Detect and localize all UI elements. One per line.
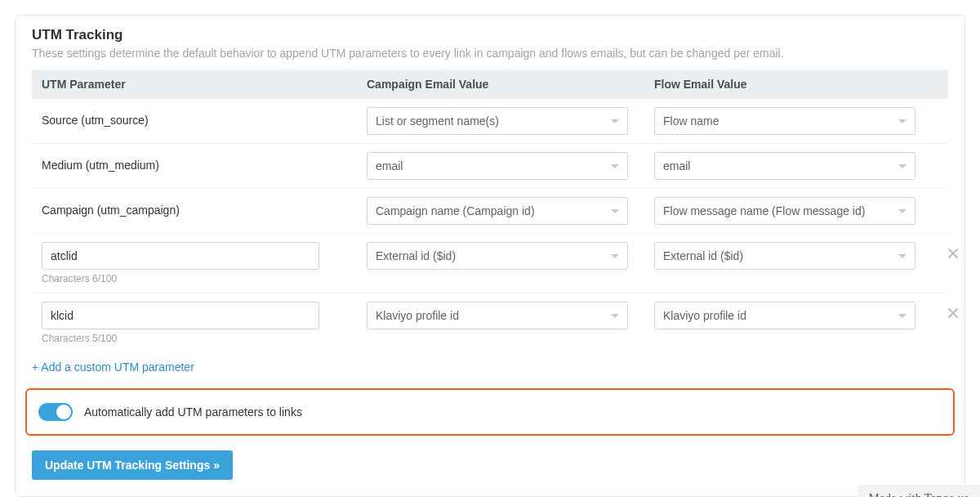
select-value: Klaviyo profile id <box>376 309 459 322</box>
row-custom-atclid: Characters 6/100 External id ($id) Exter… <box>32 234 948 293</box>
auto-add-highlight: Automatically add UTM parameters to link… <box>25 388 955 436</box>
custom-param-name-input[interactable] <box>42 242 319 270</box>
custom-param-name-input[interactable] <box>42 302 319 329</box>
col-header-campaign: Campaign Email Value <box>367 78 654 91</box>
select-value: Campaign name (Campaign id) <box>376 204 535 217</box>
row-campaign: Campaign (utm_campaign) Campaign name (C… <box>32 189 948 234</box>
utm-tracking-card: UTM Tracking These settings determine th… <box>15 15 965 497</box>
section-subtitle: These settings determine the default beh… <box>32 47 948 60</box>
select-source-flow[interactable]: Flow name <box>654 107 915 135</box>
auto-add-toggle[interactable] <box>38 403 73 421</box>
update-settings-button[interactable]: Update UTM Tracking Settings » <box>32 450 233 480</box>
chevron-down-icon <box>611 119 619 123</box>
select-custom2-flow[interactable]: Klaviyo profile id <box>654 302 915 329</box>
chevron-down-icon <box>898 314 906 318</box>
chevron-down-icon <box>898 164 906 168</box>
select-custom2-campaign[interactable]: Klaviyo profile id <box>367 302 628 329</box>
table-header: UTM Parameter Campaign Email Value Flow … <box>32 69 948 99</box>
select-campaign-flow[interactable]: Flow message name (Flow message id) <box>654 197 915 225</box>
select-custom1-campaign[interactable]: External id ($id) <box>367 242 628 270</box>
select-campaign-campaign[interactable]: Campaign name (Campaign id) <box>367 197 628 225</box>
remove-row-icon[interactable] <box>947 302 960 320</box>
select-medium-flow[interactable]: email <box>654 152 915 180</box>
row-medium: Medium (utm_medium) email email <box>32 144 948 189</box>
chevron-down-icon <box>898 119 906 123</box>
chevron-down-icon <box>898 209 906 213</box>
section-title: UTM Tracking <box>32 27 948 43</box>
chevron-down-icon <box>611 209 619 213</box>
param-label-source: Source (utm_source) <box>42 107 367 127</box>
select-source-campaign[interactable]: List or segment name(s) <box>367 107 628 135</box>
col-header-flow: Flow Email Value <box>654 78 942 91</box>
param-label-campaign: Campaign (utm_campaign) <box>42 197 367 217</box>
col-header-param: UTM Parameter <box>42 78 367 91</box>
select-medium-campaign[interactable]: email <box>367 152 628 180</box>
watermark: Made with Tango.us <box>858 485 980 497</box>
add-custom-param-link[interactable]: + Add a custom UTM parameter <box>27 357 199 377</box>
row-custom-klcid: Characters 5/100 Klaviyo profile id Klav… <box>32 293 948 352</box>
chevron-down-icon <box>898 254 906 258</box>
select-value: Klaviyo profile id <box>663 309 746 322</box>
select-value: Flow message name (Flow message id) <box>663 204 865 217</box>
auto-add-toggle-label: Automatically add UTM parameters to link… <box>84 405 302 419</box>
select-value: Flow name <box>663 114 719 128</box>
chevron-down-icon <box>611 164 619 168</box>
chevron-down-icon <box>611 314 619 318</box>
select-custom1-flow[interactable]: External id ($id) <box>654 242 915 270</box>
select-value: email <box>376 159 403 172</box>
char-count: Characters 5/100 <box>42 333 367 344</box>
char-count: Characters 6/100 <box>42 273 367 284</box>
select-value: email <box>663 159 690 172</box>
row-source: Source (utm_source) List or segment name… <box>32 99 948 144</box>
param-label-medium: Medium (utm_medium) <box>42 152 367 172</box>
select-value: List or segment name(s) <box>376 114 499 128</box>
select-value: External id ($id) <box>376 249 456 262</box>
select-value: External id ($id) <box>663 249 743 262</box>
remove-row-icon[interactable] <box>947 242 960 260</box>
chevron-down-icon <box>611 254 619 258</box>
